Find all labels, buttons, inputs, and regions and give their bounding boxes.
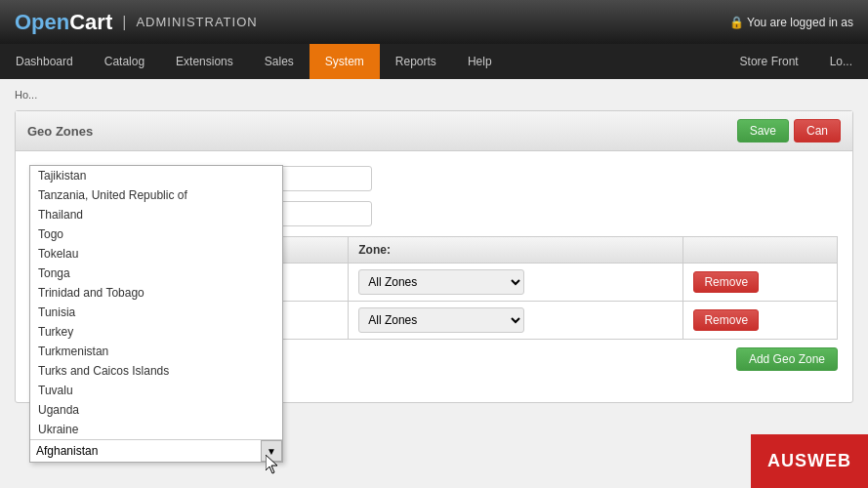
add-geo-zone-button[interactable]: Add Geo Zone [736, 347, 838, 371]
nav-logout[interactable]: Lo... [814, 44, 868, 79]
list-item[interactable]: Tokelau [30, 244, 282, 264]
admin-title: ADMINISTRATION [136, 15, 257, 29]
list-item[interactable]: Trinidad and Tobago [30, 283, 282, 303]
list-item[interactable]: Tajikistan [30, 166, 282, 185]
watermark-text: AUSWEB [767, 451, 851, 471]
dropdown-arrow-btn[interactable]: ▼ [261, 440, 282, 462]
content: Ho... Tajikistan Tanzania, United Republ… [0, 79, 868, 488]
zone-cell-2: All Zones [349, 302, 683, 340]
list-item[interactable]: Tonga [30, 264, 282, 283]
list-item[interactable]: Turkmenistan [30, 342, 282, 361]
nav-dashboard[interactable]: Dashboard [0, 44, 89, 79]
zone-select-2[interactable]: All Zones [358, 307, 524, 333]
navbar: Dashboard Catalog Extensions Sales Syste… [0, 44, 868, 79]
country-text-input[interactable] [30, 441, 261, 461]
zone-select-1[interactable]: All Zones [358, 269, 524, 295]
watermark: AUSWEB [751, 434, 868, 488]
header-right: 🔒 You are logged in as [729, 16, 853, 29]
nav-sales[interactable]: Sales [249, 44, 310, 79]
logo-separator: | [122, 14, 126, 31]
action-cell-1: Remove [683, 264, 838, 302]
list-item[interactable]: Uganda [30, 400, 282, 420]
remove-button-1[interactable]: Remove [693, 271, 759, 293]
action-col-header [683, 237, 838, 264]
logo: OpenCart [15, 10, 112, 35]
zone-cell-1: All Zones [349, 264, 683, 302]
dropdown-bottom: ▼ [30, 439, 282, 462]
nav-extensions[interactable]: Extensions [160, 44, 249, 79]
remove-button-2[interactable]: Remove [693, 309, 759, 331]
nav-catalog[interactable]: Catalog [89, 44, 160, 79]
action-cell-2: Remove [683, 302, 838, 340]
nav-reports[interactable]: Reports [380, 44, 452, 79]
nav-help[interactable]: Help [452, 44, 508, 79]
chevron-down-icon: ▼ [267, 446, 276, 457]
panel-buttons: Save Can [737, 119, 841, 142]
logo-cart: Cart [69, 10, 112, 35]
list-item[interactable]: Tanzania, United Republic of [30, 185, 282, 205]
list-item[interactable]: Ukraine [30, 420, 282, 439]
list-item[interactable]: Turks and Caicos Islands [30, 361, 282, 381]
list-item[interactable]: Tunisia [30, 303, 282, 322]
logged-in-text: You are logged in as [747, 16, 853, 29]
lock-icon: 🔒 [729, 16, 744, 29]
zone-col-header: Zone: [349, 237, 683, 264]
nav-storefront[interactable]: Store Front [724, 44, 814, 79]
cancel-button[interactable]: Can [794, 119, 841, 142]
logo-open: Open [15, 10, 69, 35]
save-button[interactable]: Save [737, 119, 789, 142]
panel-title: Geo Zones [27, 124, 93, 139]
country-list[interactable]: Tajikistan Tanzania, United Republic of … [30, 166, 282, 439]
panel-heading: Geo Zones Save Can [16, 111, 852, 151]
header: OpenCart | ADMINISTRATION 🔒 You are logg… [0, 0, 868, 44]
list-item[interactable]: Thailand [30, 205, 282, 224]
list-item[interactable]: Turkey [30, 322, 282, 342]
list-item[interactable]: Tuvalu [30, 381, 282, 400]
breadcrumb: Ho... [0, 84, 868, 105]
nav-system[interactable]: System [310, 44, 380, 79]
nav-right: Store Front Lo... [724, 44, 868, 79]
list-item[interactable]: Togo [30, 224, 282, 244]
country-dropdown[interactable]: Tajikistan Tanzania, United Republic of … [29, 165, 283, 463]
